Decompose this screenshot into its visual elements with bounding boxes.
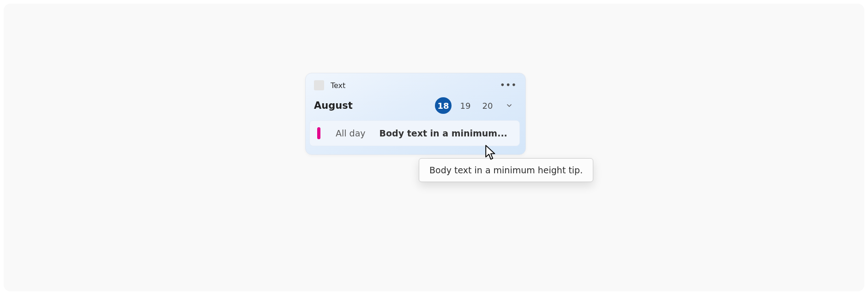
event-category-accent bbox=[317, 127, 320, 139]
calendar-widget: Text ••• August 18 19 20 All day Body te… bbox=[305, 73, 526, 155]
chevron-down-icon bbox=[506, 102, 513, 109]
day-chip[interactable]: 19 bbox=[457, 97, 474, 114]
month-label: August bbox=[314, 100, 432, 111]
month-row: August 18 19 20 bbox=[306, 93, 525, 120]
day-chip[interactable]: 20 bbox=[479, 97, 496, 114]
canvas: Text ••• August 18 19 20 All day Body te… bbox=[4, 4, 864, 291]
widget-title: Text bbox=[331, 81, 503, 90]
event-time-label: All day bbox=[336, 128, 366, 138]
widget-header: Text ••• bbox=[306, 73, 525, 93]
calendar-event[interactable]: All day Body text in a minimum... bbox=[309, 120, 520, 146]
app-icon bbox=[314, 80, 324, 90]
event-title: Body text in a minimum... bbox=[380, 128, 507, 138]
tooltip: Body text in a minimum height tip. bbox=[419, 158, 593, 182]
day-chip-selected[interactable]: 18 bbox=[435, 97, 452, 114]
more-button[interactable]: ••• bbox=[503, 80, 517, 91]
expand-days-button[interactable] bbox=[501, 97, 517, 114]
